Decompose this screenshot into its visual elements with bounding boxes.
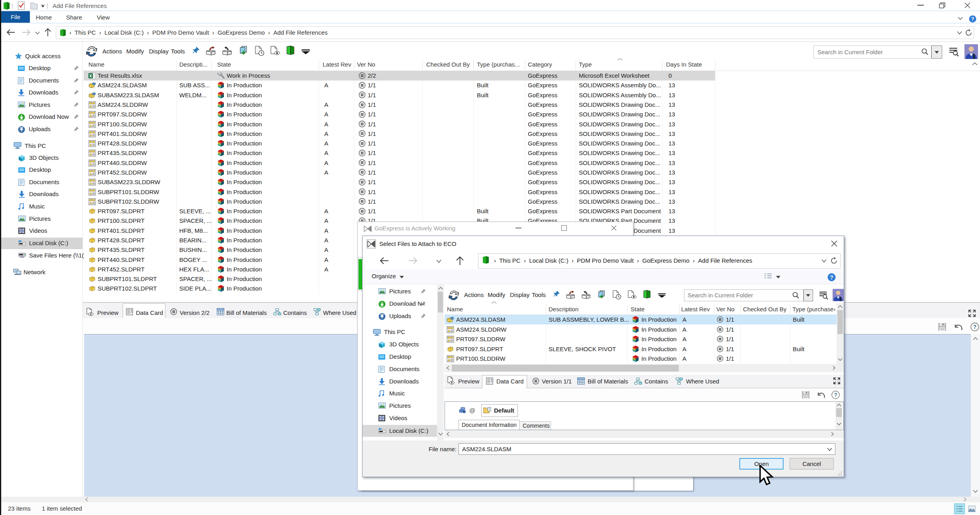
svg-text:?: ? [973, 324, 977, 330]
svg-text:?: ? [971, 16, 974, 22]
svg-text:?: ? [834, 392, 837, 398]
svg-text:?: ? [830, 274, 833, 281]
